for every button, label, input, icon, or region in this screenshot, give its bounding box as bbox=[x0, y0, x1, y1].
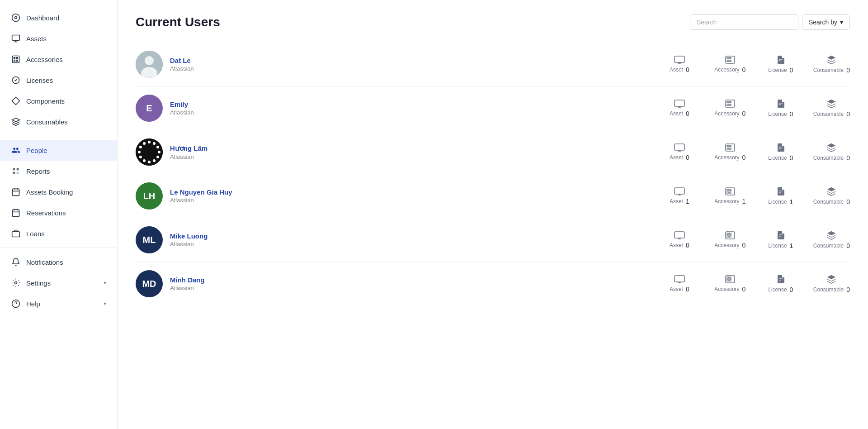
svg-rect-39 bbox=[727, 104, 728, 105]
consumables-icon bbox=[11, 117, 21, 127]
stat-consumable: Consumable0 bbox=[813, 186, 850, 205]
consumable-icon bbox=[826, 55, 836, 65]
stat-consumable: Consumable0 bbox=[813, 55, 850, 74]
user-name[interactable]: Emily bbox=[170, 100, 394, 108]
table-row: MDMinh DangAtlassianAsset0Accessory0Lice… bbox=[136, 262, 850, 305]
sidebar-item-assets-booking[interactable]: Assets Booking bbox=[0, 181, 117, 202]
svg-rect-60 bbox=[727, 148, 728, 149]
asset-icon bbox=[674, 143, 685, 152]
stat-label-consumable: Consumable bbox=[813, 111, 844, 117]
stat-label-license: License bbox=[768, 111, 787, 117]
search-input[interactable] bbox=[690, 14, 798, 30]
sidebar-item-people[interactable]: People bbox=[0, 140, 117, 161]
chevron-down-icon: ▾ bbox=[840, 19, 843, 26]
stat-label-accessory: Accessory bbox=[714, 198, 739, 205]
sidebar-item-assets[interactable]: Assets bbox=[0, 28, 117, 49]
search-by-button[interactable]: Search by ▾ bbox=[802, 14, 850, 30]
svg-point-53 bbox=[143, 142, 146, 145]
svg-point-50 bbox=[139, 156, 142, 158]
sidebar-label-consumables: Consumables bbox=[26, 118, 68, 126]
stat-value-consumable: 0 bbox=[846, 242, 850, 249]
sidebar-item-accessories[interactable]: Accessories bbox=[0, 49, 117, 70]
svg-rect-8 bbox=[17, 57, 18, 58]
user-name[interactable]: Minh Dang bbox=[170, 276, 394, 284]
svg-rect-7 bbox=[14, 60, 15, 62]
stat-consumable: Consumable0 bbox=[813, 143, 850, 162]
asset-icon bbox=[674, 99, 685, 108]
svg-rect-38 bbox=[730, 101, 731, 103]
stats-group: Asset0Accessory0License0Consumable0 bbox=[401, 99, 850, 118]
svg-point-42 bbox=[148, 141, 151, 143]
stat-asset: Asset0 bbox=[661, 55, 698, 73]
svg-rect-25 bbox=[675, 56, 684, 62]
stat-label-accessory: Accessory bbox=[714, 67, 739, 73]
stat-label-accessory: Accessory bbox=[714, 154, 739, 161]
sidebar-item-licenses[interactable]: Licenses bbox=[0, 70, 117, 91]
svg-point-48 bbox=[148, 161, 151, 163]
sidebar-label-assets: Assets bbox=[26, 35, 47, 43]
stat-accessory: Accessory0 bbox=[712, 55, 748, 73]
user-info: Dat LeAtlassian bbox=[170, 57, 394, 72]
stat-label-license: License bbox=[768, 155, 787, 161]
notifications-icon bbox=[11, 257, 21, 267]
asset-icon bbox=[674, 231, 685, 240]
sidebar-label-loans: Loans bbox=[26, 230, 45, 238]
stat-value-license: 0 bbox=[790, 286, 793, 293]
stat-label-consumable: Consumable bbox=[813, 67, 844, 73]
stat-value-asset: 0 bbox=[686, 66, 689, 73]
sidebar-item-notifications[interactable]: Notifications bbox=[0, 252, 117, 272]
sidebar-item-dashboard[interactable]: Dashboard bbox=[0, 7, 117, 28]
stat-label-accessory: Accessory bbox=[714, 286, 739, 292]
svg-rect-40 bbox=[730, 104, 731, 105]
avatar-initials: LH bbox=[143, 191, 156, 201]
stat-value-consumable: 0 bbox=[846, 110, 850, 118]
dashboard-icon bbox=[11, 13, 21, 23]
user-list: Dat LeAtlassianAsset0Accessory0License0C… bbox=[136, 43, 850, 305]
sidebar-label-licenses: Licenses bbox=[26, 76, 53, 84]
asset-icon bbox=[674, 275, 685, 284]
sidebar-label-reservations: Reservations bbox=[26, 209, 66, 217]
consumable-icon bbox=[826, 230, 836, 240]
user-company: Atlassian bbox=[170, 65, 394, 72]
sidebar-item-help[interactable]: Help▾ bbox=[0, 293, 117, 314]
svg-rect-75 bbox=[730, 233, 731, 234]
sidebar-item-consumables[interactable]: Consumables bbox=[0, 111, 117, 132]
sidebar-item-reservations[interactable]: Reservations bbox=[0, 202, 117, 223]
sidebar-item-reports[interactable]: Reports bbox=[0, 161, 117, 181]
user-name[interactable]: Hương Lâm bbox=[170, 144, 394, 153]
user-info: Le Nguyen Gia HuyAtlassian bbox=[170, 188, 394, 204]
svg-rect-54 bbox=[675, 144, 684, 150]
consumable-icon bbox=[826, 186, 836, 196]
stat-asset: Asset0 bbox=[661, 143, 698, 161]
booking-icon bbox=[11, 187, 21, 197]
user-name[interactable]: Dat Le bbox=[170, 57, 394, 64]
user-name[interactable]: Mike Luong bbox=[170, 232, 394, 240]
user-company: Atlassian bbox=[170, 241, 394, 248]
stat-accessory: Accessory1 bbox=[712, 187, 748, 205]
svg-rect-31 bbox=[727, 60, 728, 62]
stat-license: License0 bbox=[763, 55, 799, 74]
stats-group: Asset1Accessory1License1Consumable0 bbox=[401, 186, 850, 205]
stat-accessory: Accessory0 bbox=[712, 99, 748, 117]
user-company: Atlassian bbox=[170, 109, 394, 116]
consumable-icon bbox=[826, 143, 836, 153]
loans-icon bbox=[11, 229, 21, 238]
user-name[interactable]: Le Nguyen Gia Huy bbox=[170, 188, 394, 196]
stat-consumable: Consumable0 bbox=[813, 99, 850, 118]
table-row: Dat LeAtlassianAsset0Accessory0License0C… bbox=[136, 43, 850, 86]
svg-rect-83 bbox=[730, 277, 731, 278]
stat-asset: Asset0 bbox=[661, 231, 698, 249]
stat-value-asset: 1 bbox=[686, 198, 689, 205]
stat-value-license: 0 bbox=[790, 67, 793, 74]
stat-value-consumable: 0 bbox=[846, 286, 850, 293]
stat-label-license: License bbox=[768, 67, 787, 73]
sidebar-item-loans[interactable]: Loans bbox=[0, 223, 117, 244]
stat-label-accessory: Accessory bbox=[714, 110, 739, 117]
svg-rect-6 bbox=[14, 57, 15, 58]
sidebar-item-components[interactable]: Components bbox=[0, 91, 117, 111]
svg-rect-18 bbox=[12, 232, 20, 237]
sidebar-item-settings[interactable]: Settings▾ bbox=[0, 272, 117, 293]
consumable-icon bbox=[826, 274, 836, 284]
user-company: Atlassian bbox=[170, 197, 394, 204]
license-icon bbox=[776, 55, 786, 65]
